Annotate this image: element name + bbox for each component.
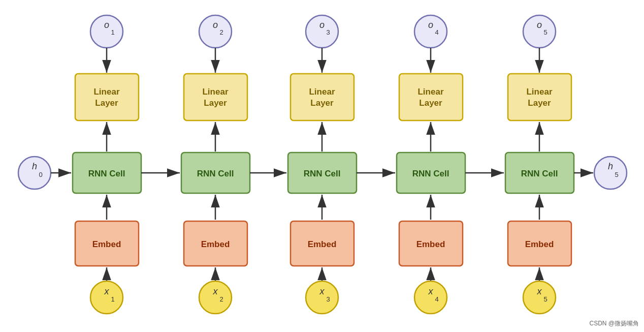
svg-text:Layer: Layer (528, 98, 551, 108)
svg-text:Linear: Linear (526, 87, 552, 97)
svg-text:Layer: Layer (310, 98, 334, 108)
svg-text:4: 4 (435, 28, 438, 36)
linear-2 (184, 74, 247, 120)
svg-text:RNN Cell: RNN Cell (304, 169, 341, 178)
svg-text:RNN Cell: RNN Cell (88, 169, 125, 178)
svg-text:Embed: Embed (308, 239, 337, 249)
svg-text:Embed: Embed (525, 239, 554, 249)
linear-1 (75, 74, 139, 120)
svg-text:Linear: Linear (93, 87, 119, 97)
svg-text:h: h (32, 161, 37, 171)
svg-text:o: o (319, 20, 325, 30)
diagram-container: o 1 Linear Layer RNN Cell Embed x 1 o 2 (0, 0, 644, 332)
svg-text:o: o (104, 20, 109, 30)
svg-text:3: 3 (326, 28, 330, 36)
svg-text:5: 5 (543, 295, 547, 303)
svg-text:RNN Cell: RNN Cell (412, 169, 449, 178)
linear-5 (508, 74, 571, 120)
svg-text:RNN Cell: RNN Cell (521, 169, 558, 178)
svg-text:5: 5 (543, 28, 547, 36)
svg-text:Linear: Linear (417, 87, 443, 97)
svg-text:x: x (319, 286, 325, 296)
svg-text:0: 0 (39, 171, 42, 178)
svg-text:Embed: Embed (416, 239, 445, 249)
svg-text:h: h (608, 161, 613, 171)
svg-text:Layer: Layer (419, 98, 442, 108)
svg-text:5: 5 (615, 171, 618, 178)
svg-text:Linear: Linear (309, 87, 335, 97)
svg-text:x: x (428, 286, 434, 296)
linear-3 (291, 74, 354, 120)
svg-text:Linear: Linear (202, 87, 228, 97)
svg-text:Embed: Embed (92, 239, 121, 249)
svg-text:3: 3 (326, 295, 330, 303)
svg-text:o: o (213, 20, 218, 30)
svg-text:o: o (428, 20, 433, 30)
svg-text:Embed: Embed (201, 239, 230, 249)
svg-text:1: 1 (111, 28, 114, 36)
watermark: CSDN @微扬嘴角 (589, 319, 639, 328)
svg-text:2: 2 (219, 295, 223, 303)
linear-4 (399, 74, 463, 120)
svg-text:RNN Cell: RNN Cell (197, 169, 234, 178)
svg-text:x: x (104, 286, 110, 296)
svg-text:4: 4 (435, 295, 438, 303)
svg-text:Layer: Layer (204, 98, 227, 108)
svg-text:x: x (537, 286, 542, 296)
svg-text:x: x (213, 286, 218, 296)
svg-text:o: o (537, 20, 542, 30)
svg-text:Layer: Layer (95, 98, 118, 108)
svg-text:1: 1 (111, 295, 114, 303)
svg-text:2: 2 (219, 28, 223, 36)
